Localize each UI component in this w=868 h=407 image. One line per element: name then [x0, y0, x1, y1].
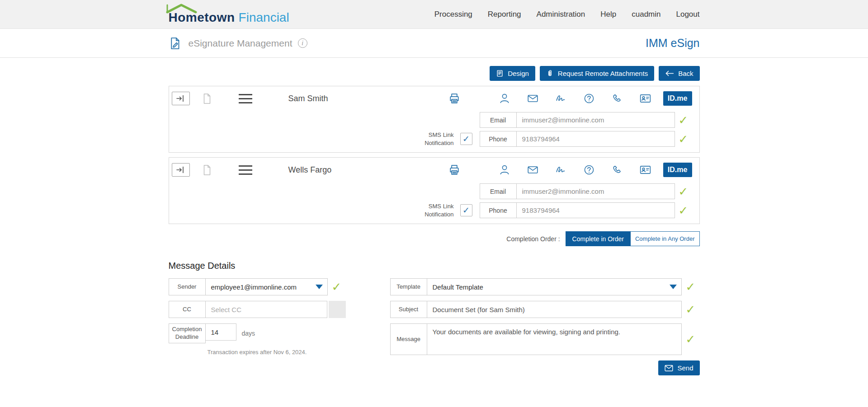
- action-toolbar: Design Request Remote Attachments Back: [169, 66, 700, 81]
- product-brand: IMM eSign: [646, 37, 699, 50]
- dropdown-caret-icon: [316, 285, 323, 289]
- message-valid-check-icon: ✓: [682, 323, 700, 355]
- signer-name: Sam Smith: [288, 94, 328, 103]
- sender-value: employee1@immonline.com: [211, 283, 297, 291]
- design-icon: [496, 70, 504, 77]
- sms-checkbox[interactable]: ✓: [460, 204, 472, 216]
- print-icon[interactable]: [448, 92, 461, 105]
- nav-item-reporting[interactable]: Reporting: [488, 10, 521, 19]
- signature-icon[interactable]: [555, 164, 567, 176]
- signer-panel: Sam Smith: [169, 86, 700, 153]
- email-valid-check-icon: ✓: [675, 114, 692, 126]
- document-status-icon: [203, 93, 212, 104]
- photo-id-icon[interactable]: [639, 93, 651, 104]
- route-signer-icon[interactable]: [172, 92, 190, 105]
- route-signer-icon[interactable]: [172, 163, 190, 177]
- phone-valid-check-icon: ✓: [675, 205, 692, 216]
- main-content: Design Request Remote Attachments Back: [169, 66, 700, 375]
- email-icon[interactable]: [527, 164, 539, 176]
- sms-checkbox[interactable]: ✓: [460, 133, 472, 145]
- photo-id-icon[interactable]: [639, 164, 651, 176]
- idme-badge[interactable]: ID.me: [663, 91, 692, 106]
- logo: Hometown Financial: [169, 4, 289, 25]
- page-header: eSignature Management i IMM eSign: [0, 29, 868, 58]
- info-icon[interactable]: i: [298, 38, 307, 48]
- nav-item-help[interactable]: Help: [600, 10, 616, 19]
- sender-select[interactable]: employee1@immonline.com: [206, 278, 328, 295]
- security-question-icon[interactable]: [583, 93, 595, 104]
- deadline-label: Completion Deadline: [169, 323, 206, 343]
- message-label: Message: [390, 323, 427, 355]
- send-button-label: Send: [677, 364, 693, 372]
- idme-badge[interactable]: ID.me: [663, 163, 692, 177]
- top-navigation-bar: Hometown Financial Processing Reporting …: [0, 0, 868, 29]
- authentication-options: ID.me: [499, 91, 692, 106]
- completion-order-label: Completion Order :: [506, 235, 560, 243]
- phone-input[interactable]: [517, 202, 675, 218]
- phone-call-icon[interactable]: [611, 93, 623, 104]
- email-valid-check-icon: ✓: [675, 186, 692, 197]
- paperclip-icon: [546, 70, 554, 77]
- design-button[interactable]: Design: [490, 66, 535, 81]
- template-valid-check-icon: ✓: [682, 278, 700, 295]
- print-icon[interactable]: [448, 164, 461, 176]
- message-details-form: Sender employee1@immonline.com ✓ CC Comp…: [169, 278, 700, 375]
- phone-label: Phone: [480, 131, 517, 147]
- nav-item-processing[interactable]: Processing: [434, 10, 472, 19]
- deadline-units: days: [242, 330, 255, 337]
- main-nav: Processing Reporting Administration Help…: [434, 10, 700, 19]
- back-button-label: Back: [678, 70, 693, 77]
- email-input[interactable]: [517, 112, 675, 128]
- subject-input[interactable]: [427, 301, 682, 318]
- cc-input[interactable]: [206, 301, 327, 318]
- nav-item-username[interactable]: cuadmin: [632, 10, 660, 19]
- security-question-icon[interactable]: [583, 164, 595, 176]
- complete-in-order-button[interactable]: Complete in Order: [566, 231, 631, 246]
- phone-label: Phone: [480, 202, 517, 218]
- dropdown-caret-icon: [670, 285, 677, 289]
- email-label: Email: [480, 183, 517, 199]
- logo-suffix: Financial: [239, 10, 289, 25]
- subject-valid-check-icon: ✓: [682, 301, 700, 318]
- esign-document-icon: [169, 37, 182, 50]
- phone-input[interactable]: [517, 131, 675, 147]
- back-arrow-icon: [665, 70, 674, 77]
- checkbox-check-icon: ✓: [462, 134, 470, 144]
- template-label: Template: [390, 278, 427, 295]
- signer-panel: Wells Fargo: [169, 157, 700, 224]
- message-textarea[interactable]: Your documents are available for viewing…: [427, 323, 682, 355]
- back-button[interactable]: Back: [659, 66, 699, 81]
- request-remote-attachments-button[interactable]: Request Remote Attachments: [540, 66, 654, 81]
- cc-label: CC: [169, 301, 206, 318]
- complete-in-any-order-button[interactable]: Complete in Any Order: [631, 231, 700, 246]
- completion-order-row: Completion Order : Complete in Order Com…: [169, 231, 700, 246]
- document-status-icon: [203, 164, 212, 176]
- nav-item-logout[interactable]: Logout: [676, 10, 700, 19]
- checkbox-check-icon: ✓: [462, 205, 470, 215]
- email-input[interactable]: [517, 183, 675, 199]
- phone-call-icon[interactable]: [611, 164, 623, 176]
- authentication-options: ID.me: [499, 163, 692, 177]
- sms-notification-label: SMS Link Notification: [407, 131, 454, 147]
- email-label: Email: [480, 112, 517, 128]
- signature-icon[interactable]: [555, 93, 567, 104]
- page-title: eSignature Management: [189, 38, 292, 49]
- send-envelope-icon: [665, 365, 673, 372]
- drag-handle-icon[interactable]: [239, 94, 252, 103]
- subject-label: Subject: [390, 301, 427, 318]
- nav-item-administration[interactable]: Administration: [537, 10, 585, 19]
- phone-valid-check-icon: ✓: [675, 133, 692, 145]
- sender-valid-check-icon: ✓: [328, 278, 346, 295]
- template-value: Default Template: [433, 283, 483, 291]
- send-button[interactable]: Send: [658, 360, 699, 375]
- drag-handle-icon[interactable]: [239, 165, 252, 175]
- template-select[interactable]: Default Template: [427, 278, 682, 295]
- message-details-title: Message Details: [169, 261, 700, 271]
- user-icon[interactable]: [499, 164, 510, 176]
- deadline-input[interactable]: [206, 323, 236, 341]
- user-icon[interactable]: [499, 93, 510, 104]
- roof-icon: [165, 3, 201, 14]
- email-icon[interactable]: [527, 93, 539, 104]
- expiry-note: Transaction expires after Nov 6, 2024.: [208, 349, 346, 356]
- signer-name: Wells Fargo: [288, 165, 332, 175]
